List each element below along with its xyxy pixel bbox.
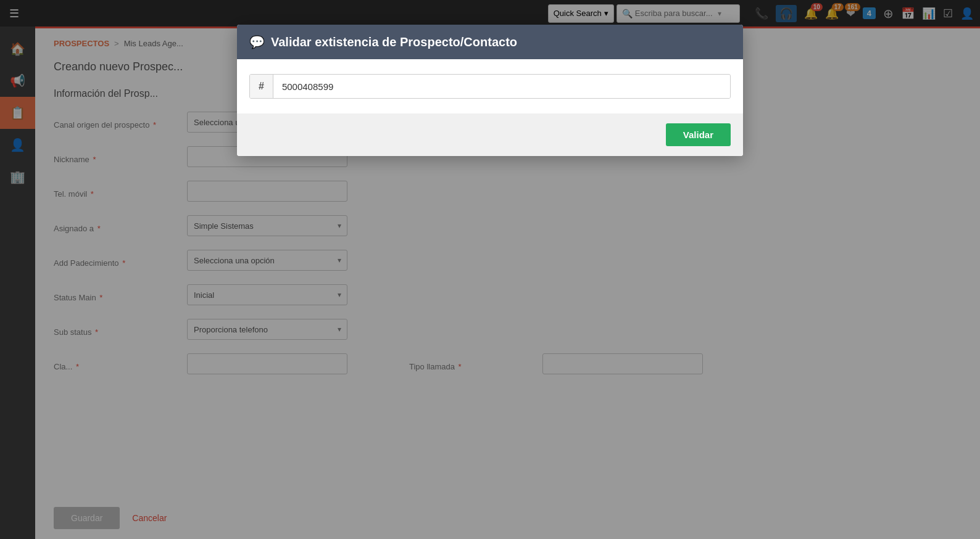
modal-header-icon: 💬	[249, 35, 265, 49]
modal-header: 💬 Validar extistencia de Prospecto/Conta…	[237, 25, 743, 59]
modal: 💬 Validar extistencia de Prospecto/Conta…	[237, 25, 743, 156]
modal-title: Validar extistencia de Prospecto/Contact…	[271, 35, 517, 49]
modal-input-row: #	[249, 74, 731, 99]
modal-hash-symbol: #	[250, 75, 273, 98]
modal-search-input[interactable]	[273, 75, 730, 98]
validar-button[interactable]: Validar	[666, 123, 731, 146]
modal-body: #	[237, 59, 743, 113]
modal-footer: Validar	[237, 113, 743, 156]
modal-overlay: 💬 Validar extistencia de Prospecto/Conta…	[0, 0, 980, 539]
